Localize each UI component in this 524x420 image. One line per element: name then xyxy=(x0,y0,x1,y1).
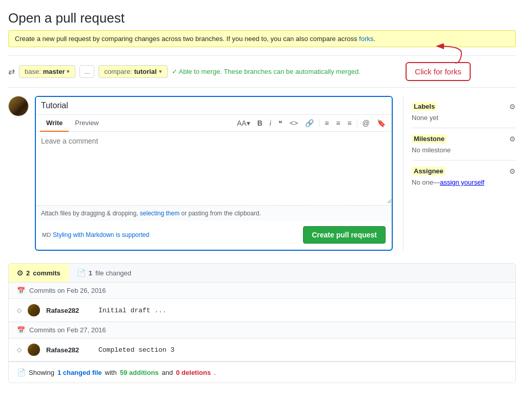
merge-status: ✓ Able to merge. These branches can be a… xyxy=(172,68,361,75)
deletions-count: 0 deletions xyxy=(176,369,211,376)
sidebar-labels-header: Labels ⚙ xyxy=(412,102,516,111)
showing-and: and xyxy=(162,369,173,376)
showing-suffix: . xyxy=(214,369,216,376)
showing-text: Showing xyxy=(29,369,54,376)
code-button[interactable]: <> xyxy=(288,118,300,128)
editor-tabs: Write Preview AA▾ B i ❝ <> 🔗 ≡ ≡ xyxy=(36,115,392,132)
task-list-button[interactable]: ≡ xyxy=(346,118,354,128)
files-label: file changed xyxy=(95,269,131,277)
ordered-list-button[interactable]: ≡ xyxy=(334,118,342,128)
commit-group-1-header: 📅 Commits on Feb 26, 2016 xyxy=(9,283,515,299)
commits-icon: ⊙ xyxy=(17,269,23,277)
create-pull-request-button[interactable]: Create pull request xyxy=(303,226,386,244)
quote-button[interactable]: ❝ xyxy=(276,118,285,128)
tab-write[interactable]: Write xyxy=(40,115,69,132)
files-count: 1 xyxy=(89,269,92,277)
main-content: Write Preview AA▾ B i ❝ <> 🔗 ≡ ≡ xyxy=(8,96,516,251)
showing-with: with xyxy=(105,369,117,376)
commits-tabs: ⊙ 2 commits 📄 1 file changed xyxy=(9,264,515,283)
italic-button[interactable]: i xyxy=(268,118,273,128)
pr-form: Write Preview AA▾ B i ❝ <> 🔗 ≡ ≡ xyxy=(35,96,393,251)
unordered-list-button[interactable]: ≡ xyxy=(323,118,331,128)
sidebar: Labels ⚙ None yet Milestone ⚙ No milesto… xyxy=(403,96,516,251)
user-avatar xyxy=(8,96,29,116)
commit-ellipsis-1[interactable]: ... xyxy=(154,307,166,314)
commit-group-1-date: Commits on Feb 26, 2016 xyxy=(29,287,106,294)
compare-label: compare: xyxy=(104,68,132,75)
compare-icon: ⇄ xyxy=(8,67,15,76)
comment-textarea[interactable] xyxy=(36,132,392,204)
changed-file-link[interactable]: 1 changed file xyxy=(57,369,102,376)
tab-files-changed[interactable]: 📄 1 file changed xyxy=(69,264,139,282)
link-button[interactable]: 🔗 xyxy=(303,118,316,128)
bookmark-button[interactable]: 🔖 xyxy=(375,118,388,128)
form-wrapper: Write Preview AA▾ B i ❝ <> 🔗 ≡ ≡ xyxy=(8,96,393,251)
base-chevron-icon: ▾ xyxy=(67,68,70,75)
attach-area: Attach files by dragging & dropping, sel… xyxy=(36,205,392,221)
commit-group-icon-2: 📅 xyxy=(17,326,25,334)
forks-link[interactable]: forks xyxy=(359,35,373,43)
fork-arrow xyxy=(425,44,466,64)
page-title: Open a pull request xyxy=(8,10,516,26)
attach-link[interactable]: selecting them xyxy=(140,210,179,217)
form-section: Write Preview AA▾ B i ❝ <> 🔗 ≡ ≡ xyxy=(8,96,393,251)
mention-button[interactable]: @ xyxy=(360,118,372,128)
sidebar-assignee-header: Assignee ⚙ xyxy=(412,167,516,175)
commit-avatar-1 xyxy=(28,304,40,316)
additions-count: 59 additions xyxy=(120,369,159,376)
commit-message-2: Completed section 3 xyxy=(98,346,174,354)
base-label: base: xyxy=(25,68,41,75)
sidebar-assignee-value: No one—assign yourself xyxy=(412,178,516,186)
sidebar-labels: Labels ⚙ None yet xyxy=(412,96,516,128)
compare-chevron-icon: ▾ xyxy=(159,68,162,75)
ellipsis-button[interactable]: ... xyxy=(79,65,94,78)
files-icon: 📄 xyxy=(77,269,86,277)
fork-callout-box[interactable]: Click for forks xyxy=(406,62,471,81)
base-branch-name: master xyxy=(43,68,65,75)
commit-avatar-2 xyxy=(28,344,40,356)
info-banner-text: Create a new pull request by comparing c… xyxy=(15,35,357,43)
assignee-gear-icon[interactable]: ⚙ xyxy=(509,167,516,175)
fork-callout-text: Click for forks xyxy=(415,67,461,76)
editor-toolbar: AA▾ B i ❝ <> 🔗 ≡ ≡ ≡ @ 🔖 xyxy=(235,116,388,130)
toolbar-separator-2 xyxy=(357,119,357,127)
commit-row-1: ◇ Rafase282 Initial draft ... xyxy=(9,299,515,322)
sidebar-milestone: Milestone ⚙ No milestone xyxy=(412,128,516,161)
commits-count: 2 xyxy=(26,269,30,277)
sidebar-assignee-title: Assignee xyxy=(412,167,446,175)
tab-preview[interactable]: Preview xyxy=(69,115,105,132)
commits-label: commits xyxy=(33,269,60,277)
assign-yourself-link[interactable]: assign yourself xyxy=(440,178,485,186)
commit-author-1: Rafase282 xyxy=(46,307,92,314)
pr-title-input[interactable] xyxy=(36,97,392,115)
bold-button[interactable]: B xyxy=(255,118,265,128)
sidebar-labels-title: Labels xyxy=(412,102,437,111)
sidebar-milestone-value: No milestone xyxy=(412,146,516,154)
commit-author-2: Rafase282 xyxy=(46,346,92,354)
attach-suffix: or pasting from the clipboard. xyxy=(182,210,261,217)
sidebar-milestone-header: Milestone ⚙ xyxy=(412,134,516,143)
compare-branch-selector[interactable]: compare: tutorial ▾ xyxy=(98,65,167,78)
commit-message-1: Initial draft ... xyxy=(98,307,167,314)
milestone-gear-icon[interactable]: ⚙ xyxy=(509,135,516,143)
tab-commits[interactable]: ⊙ 2 commits xyxy=(9,264,69,282)
merge-checkmark: ✓ Able to merge. xyxy=(172,68,222,75)
font-size-button[interactable]: AA▾ xyxy=(235,118,252,128)
form-footer: MD Styling with Markdown is supported Cr… xyxy=(36,221,392,250)
markdown-note: MD Styling with Markdown is supported xyxy=(42,231,149,238)
labels-gear-icon[interactable]: ⚙ xyxy=(509,103,516,111)
attach-text: Attach files by dragging & dropping, xyxy=(41,210,138,217)
commit-group-icon: 📅 xyxy=(17,287,25,294)
showing-bar-icon: 📄 xyxy=(17,368,26,376)
showing-bar: 📄 Showing 1 changed file with 59 additio… xyxy=(9,362,515,383)
commit-group-2-header: 📅 Commits on Feb 27, 2016 xyxy=(9,322,515,338)
merge-text: These branches can be automatically merg… xyxy=(224,68,360,75)
sidebar-assignee: Assignee ⚙ No one—assign yourself xyxy=(412,161,516,192)
commit-dot-icon: ◇ xyxy=(17,307,22,314)
markdown-link[interactable]: Styling with Markdown is supported xyxy=(53,231,149,238)
base-branch-selector[interactable]: base: master ▾ xyxy=(19,65,75,78)
commit-row-2: ◇ Rafase282 Completed section 3 xyxy=(9,338,515,362)
commit-dot-icon-2: ◇ xyxy=(17,346,22,353)
branch-bar: ⇄ base: master ▾ ... compare: tutorial ▾… xyxy=(8,55,516,88)
fork-callout: Click for forks xyxy=(406,62,471,81)
